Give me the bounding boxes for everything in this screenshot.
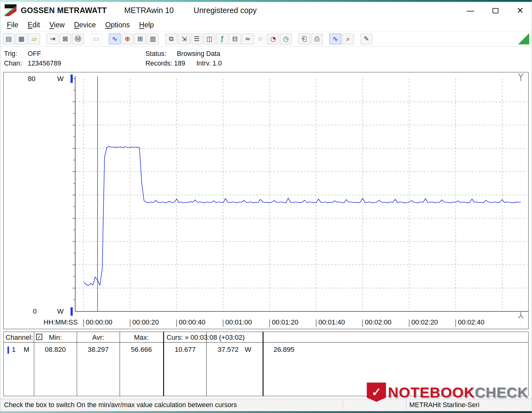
chart-svg[interactable]: 80W0WHH:MM:SS00:00:0000:00:2000:00:4000:…	[4, 72, 528, 329]
x-tick-label: 00:00:00	[86, 318, 112, 326]
zoom-wave-icon: ∿	[332, 36, 338, 42]
lcd-icon: ▭	[93, 36, 99, 42]
y-axis-min-label: 0	[33, 307, 37, 315]
brand-name: GOSSEN METRAWATT	[21, 6, 107, 15]
clock-icon: ◷	[283, 36, 289, 42]
annotation-button[interactable]: ✎	[360, 34, 372, 44]
session-info-panel: Trig: OFF Chan: 123456789 Status: Browsi…	[0, 47, 532, 71]
notebookcheck-watermark: ✓ NOTEBOOKCHECK	[367, 383, 528, 402]
zoom-lens-button[interactable]: ⌕	[342, 34, 354, 44]
memory-card-button[interactable]: Ⓜ	[72, 34, 84, 44]
cursor-2-top-marker	[521, 74, 523, 77]
cursor1-value: 10.677	[164, 346, 206, 354]
x-tick-label: 00:01:00	[225, 318, 252, 326]
menu-item-edit[interactable]: Edit	[23, 19, 45, 31]
title-bar: GOSSEN METRAWATT METRAwin 10 Unregistere…	[0, 2, 532, 19]
print-preview-button[interactable]: ⎗	[298, 34, 310, 44]
y-axis-max-label: 80	[28, 75, 35, 83]
max-header: Max:	[120, 334, 163, 342]
trigger-row: Trig: OFF	[4, 49, 145, 59]
battery-icon: ◔	[270, 36, 276, 42]
header-underline	[4, 342, 528, 343]
bar-chart-icon: ▥	[150, 36, 156, 42]
dual-wave-icon: ≈	[245, 36, 250, 42]
cursor-2-bottom-marker	[518, 315, 521, 318]
close-icon: ✕	[516, 6, 524, 15]
export-arrow-icon: ⇥	[50, 36, 55, 42]
device-name: METRAHit Starline-Seri	[409, 401, 479, 409]
minimize-button[interactable]: —	[466, 6, 475, 15]
formula-button[interactable]: ƒ	[216, 34, 228, 44]
printer-icon: ⎙	[314, 36, 320, 42]
chart-panel: 80W0WHH:MM:SS00:00:0000:00:2000:00:4000:…	[3, 72, 529, 329]
memory-icon: Ⓜ	[75, 36, 81, 42]
wordmark-gray: CHECK	[475, 384, 528, 401]
menu-item-device[interactable]: Device	[69, 19, 100, 31]
open-folder-icon: ▱	[32, 36, 37, 42]
status-bar-divider	[343, 400, 343, 410]
status-row: Status: Browsing Data	[145, 49, 222, 59]
display-values-button[interactable]: ⊟	[229, 34, 241, 44]
envelope-wave-icon: ≋	[258, 36, 263, 42]
status-value: Browsing Data	[177, 50, 220, 57]
crosshair-icon: ⊕	[125, 36, 130, 42]
cursor-2-top-marker	[518, 74, 521, 77]
channel-color-marker	[7, 347, 9, 354]
export-data-button[interactable]: ⇥	[47, 34, 58, 44]
monitor-button[interactable]: ◫	[204, 34, 215, 44]
device-config-button[interactable]: ⇲	[178, 34, 190, 44]
compress-data-button[interactable]: ⊠	[59, 34, 71, 44]
scope-view-button[interactable]: ⊕	[122, 34, 133, 44]
battery-status-button[interactable]: ◔	[267, 34, 279, 44]
channel-row: Chan: 123456789	[4, 59, 145, 68]
status-label: Status:	[145, 49, 175, 59]
maximize-button[interactable]	[493, 6, 498, 15]
menu-item-file[interactable]: File	[2, 19, 23, 31]
transfer-settings-button[interactable]: ⧉	[165, 34, 177, 44]
cursor-section-separator	[163, 332, 164, 396]
window-bottom-edge	[0, 411, 532, 413]
save-as-button[interactable]: ▦	[16, 34, 27, 44]
event-log-button[interactable]: ☰	[191, 34, 203, 44]
bar-chart-view-button[interactable]: ▥	[147, 34, 159, 44]
cursor-header: Curs: » 00:03:08 (+03:02)	[167, 334, 245, 342]
timer-button[interactable]: ◷	[280, 34, 292, 44]
min-header: Min:	[34, 334, 77, 342]
x-tick-label: 00:00:40	[179, 318, 205, 326]
y-axis-unit-bottom: W	[57, 307, 64, 315]
license-status: Unregistered copy	[194, 6, 257, 15]
notebookcheck-wordmark: NOTEBOOKCHECK	[388, 384, 528, 401]
text-label-icon: ✎	[364, 36, 369, 42]
print-button[interactable]: ⎙	[311, 34, 323, 44]
channel-number: 1	[12, 346, 16, 354]
table-view-button[interactable]: ⊞	[134, 34, 146, 44]
maximize-icon	[493, 8, 498, 13]
open-file-button[interactable]: ▱	[28, 34, 40, 44]
menu-item-help[interactable]: Help	[135, 19, 158, 31]
save-button[interactable]: ▤	[3, 34, 15, 44]
trigger-channel-block: Trig: OFF Chan: 123456789	[4, 49, 145, 68]
avr-value: 38.297	[77, 346, 120, 354]
x-tick-label: 00:02:20	[411, 318, 438, 326]
x-tick-label: 00:00:20	[132, 318, 159, 326]
split-curve-button[interactable]: ≈	[242, 34, 254, 44]
line-chart-view-button[interactable]: ∿	[109, 34, 121, 44]
lcd-display-button: ▭	[90, 34, 102, 44]
compress-icon: ⊠	[62, 36, 68, 42]
envelope-curve-button: ≋	[255, 34, 266, 44]
floppy-export-icon: ▦	[18, 36, 25, 42]
records-value: 189	[174, 60, 185, 67]
monitor-icon: ◫	[206, 36, 213, 42]
cursor2-value: 37.572	[218, 346, 238, 354]
cursor2-unit: W	[245, 346, 251, 354]
close-button[interactable]: ✕	[516, 6, 524, 15]
menu-item-view[interactable]: View	[45, 19, 69, 31]
zoom-time-button[interactable]: ∿	[329, 34, 341, 44]
menu-item-options[interactable]: Options	[101, 19, 135, 31]
max-value: 56.666	[120, 346, 163, 354]
status-bar-message: Check the box to switch On the min/avr/m…	[0, 401, 237, 409]
line-chart-icon: ∿	[112, 36, 117, 42]
cursor-delta-separator	[263, 332, 264, 396]
min-value: 08.820	[34, 346, 77, 354]
window-export-icon: ⧉	[169, 36, 174, 42]
